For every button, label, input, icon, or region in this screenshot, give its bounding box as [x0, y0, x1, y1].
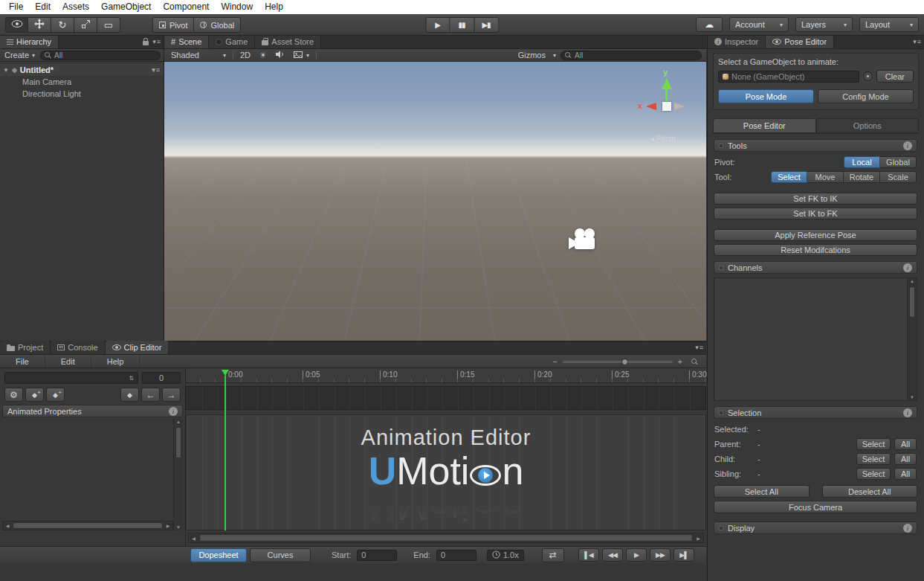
scroll-up-icon[interactable]: ▲ [908, 279, 917, 283]
pivot-toggle-button[interactable]: Pivot [152, 17, 194, 33]
axis-x-cone[interactable] [646, 103, 656, 110]
end-frame-field[interactable]: 0 [436, 550, 476, 561]
playhead-line[interactable] [224, 376, 226, 530]
animated-properties-header[interactable]: Animated Properties i [2, 405, 183, 417]
section-toggle[interactable] [719, 144, 723, 148]
clear-button[interactable]: Clear [876, 70, 914, 83]
tab-hierarchy[interactable]: Hierarchy [0, 35, 59, 48]
properties-horizontal-scrollbar[interactable]: ◀ ▶ [2, 521, 173, 530]
tab-inspector[interactable]: i Inspector [708, 35, 766, 48]
reset-modifications-button[interactable]: Reset Modifcations [714, 244, 917, 256]
clip-menu-edit[interactable]: Edit [45, 355, 91, 368]
subtab-pose-editor[interactable]: Pose Editor [713, 118, 816, 133]
play-animation-button[interactable]: ▶ [626, 548, 647, 562]
collab-cloud-button[interactable]: ☁ [696, 17, 723, 32]
effects-dropdown[interactable]: ▾ [289, 50, 314, 61]
tools-section-header[interactable]: Tools i [714, 139, 917, 152]
apply-reference-pose-button[interactable]: Apply Reference Pose [714, 229, 917, 241]
sibling-select-button[interactable]: Select [856, 468, 891, 480]
tool-select-button[interactable]: Select [771, 171, 807, 183]
view-tool-button[interactable] [5, 17, 28, 33]
clip-menu-file[interactable]: File [0, 355, 45, 368]
rotate-tool-button[interactable]: ↻ [51, 17, 74, 33]
parent-select-button[interactable]: Select [856, 438, 891, 450]
scene-root-row[interactable]: ▼ ◆ Untitled* ▾≡ [0, 64, 164, 76]
skip-to-start-button[interactable]: ▌◀ [578, 548, 599, 562]
scroll-down-icon[interactable]: ▼ [174, 525, 183, 530]
tab-scene[interactable]: # Scene [164, 35, 209, 48]
scene-search-input[interactable]: All [560, 51, 702, 60]
rect-tool-button[interactable]: ▭ [97, 17, 120, 33]
gizmos-dropdown[interactable]: Gizmos ▾ [514, 50, 560, 61]
lock-icon[interactable] [143, 41, 149, 45]
previous-key-button[interactable]: ← [141, 388, 160, 402]
hierarchy-item-main-camera[interactable]: Main Camera [0, 76, 164, 88]
camera-gizmo-icon[interactable] [567, 228, 597, 253]
scene-viewport[interactable]: y x ◂ Persp [164, 62, 706, 341]
perspective-toggle[interactable]: ◂ Persp [650, 135, 676, 143]
selection-section-header[interactable]: Selection i [714, 406, 917, 419]
panel-menu-button[interactable]: ▾≡ [695, 344, 703, 351]
play-button[interactable]: ▶ [425, 17, 450, 33]
global-toggle-button[interactable]: Global [194, 17, 241, 33]
layout-dropdown[interactable]: Layout ▾ [859, 17, 919, 32]
scroll-left-icon[interactable]: ◀ [189, 536, 198, 541]
child-select-button[interactable]: Select [856, 453, 891, 465]
section-toggle[interactable] [719, 266, 723, 270]
dopesheet-canvas[interactable]: Animation Editor UMotin UMotin [186, 414, 706, 530]
scroll-down-icon[interactable]: ▼ [908, 395, 917, 399]
animated-properties-list[interactable]: ▲ ▼ ◀ ▶ [2, 419, 183, 530]
deselect-all-button[interactable]: Deselect All [822, 485, 918, 498]
channels-scrollbar[interactable]: ▲ ▼ [907, 278, 917, 400]
step-button[interactable]: ▶▮ [474, 17, 499, 33]
object-picker-button[interactable] [863, 71, 873, 81]
gameobject-object-field[interactable]: None (GameObject) [718, 71, 859, 83]
timeline-horizontal-scrollbar[interactable]: ◀ ▶ [188, 533, 704, 543]
scrollbar-thumb[interactable] [909, 286, 915, 318]
add-event-button[interactable]: ◆ + [46, 388, 65, 402]
panel-menu-button[interactable]: ▾≡ [913, 38, 921, 45]
menu-gameobject[interactable]: GameObject [95, 0, 157, 14]
info-icon[interactable]: i [903, 524, 912, 533]
rewind-button[interactable]: ◀◀ [602, 548, 623, 562]
menu-assets[interactable]: Assets [56, 0, 95, 14]
frame-number-field[interactable]: 0 [142, 372, 181, 384]
channels-list[interactable]: ▲ ▼ [714, 277, 917, 401]
clip-menu-help[interactable]: Help [91, 355, 140, 368]
tool-move-button[interactable]: Move [807, 171, 844, 183]
keyframe-strip[interactable] [186, 386, 706, 410]
display-section-header[interactable]: Display i [714, 521, 917, 534]
next-key-button[interactable]: → [162, 388, 181, 402]
playback-speed-dropdown[interactable]: 1.0x [487, 550, 524, 561]
info-icon[interactable]: i [903, 408, 912, 417]
scene-menu-button[interactable]: ▾≡ [152, 66, 160, 74]
pose-mode-button[interactable]: Pose Mode [718, 89, 814, 103]
pivot-global-button[interactable]: Global [880, 156, 917, 168]
menu-component[interactable]: Component [157, 0, 215, 14]
settings-button[interactable]: ⚙ [4, 388, 23, 402]
dopesheet-tab[interactable]: Dopesheet [190, 548, 247, 562]
axis-y-cone[interactable] [662, 78, 672, 89]
add-key-button[interactable]: ◆ + [25, 388, 44, 402]
tool-rotate-button[interactable]: Rotate [844, 171, 880, 183]
timeline-ruler[interactable]: 0:00 0:05 0:10 0:15 0:20 0:25 0:30 [186, 368, 706, 383]
audio-toggle-button[interactable] [271, 50, 289, 61]
zoom-in-icon[interactable]: + [678, 357, 682, 366]
tab-project[interactable]: Project [0, 341, 51, 354]
channels-section-header[interactable]: Channels i [714, 261, 917, 274]
axis-center-cube[interactable] [662, 102, 671, 111]
section-toggle[interactable] [719, 526, 723, 530]
tab-asset-store[interactable]: Asset Store [255, 35, 321, 48]
pause-button[interactable]: ▮▮ [450, 17, 474, 33]
select-all-button[interactable]: Select All [714, 485, 810, 498]
tab-game[interactable]: Game [209, 35, 255, 48]
loop-toggle-button[interactable]: ⇄ [542, 548, 564, 562]
zoom-slider[interactable] [563, 361, 673, 363]
skip-to-end-button[interactable]: ▶▌ [673, 548, 694, 562]
orientation-gizmo[interactable]: y x ◂ Persp [640, 69, 702, 144]
scrollbar-thumb[interactable] [175, 427, 181, 458]
foldout-icon[interactable]: ▼ [3, 67, 9, 74]
scrollbar-thumb[interactable] [199, 534, 693, 542]
info-icon[interactable]: i [903, 263, 912, 272]
tab-clip-editor[interactable]: Clip Editor [106, 341, 169, 354]
